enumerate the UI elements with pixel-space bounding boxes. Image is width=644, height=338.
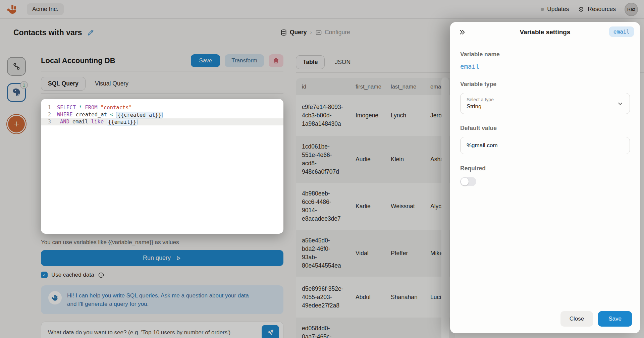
sql-operator: * — [79, 104, 82, 111]
database-icon — [280, 29, 287, 36]
avatar[interactable]: Raz — [625, 3, 638, 16]
heart-hands-icon — [578, 6, 585, 13]
column-header-first-name[interactable]: first_name — [356, 83, 391, 90]
postgres-icon — [11, 87, 22, 98]
branch-icon — [12, 62, 21, 71]
breadcrumb-configure[interactable]: Configure — [315, 29, 350, 36]
breadcrumb-query[interactable]: Query — [280, 29, 307, 36]
edit-title-icon[interactable] — [87, 29, 94, 37]
db-actions: Save Transform — [191, 54, 283, 67]
table-row[interactable]: ed0584d0-0aa7-465c-9619-ff7283be1d4c Bet… — [296, 318, 455, 338]
transform-button[interactable]: Transform — [225, 54, 264, 67]
results-table: id first_name last_name email c9fe7e14-8… — [296, 78, 455, 338]
sql-keyword: FROM — [85, 104, 97, 111]
save-variable-button[interactable]: Save — [598, 311, 632, 327]
save-query-button[interactable]: Save — [191, 54, 220, 67]
topbar: Acme Inc. Updates Resources Raz — [0, 0, 644, 19]
tab-table[interactable]: Table — [296, 55, 325, 69]
table-scrollbar[interactable] — [441, 77, 449, 338]
sql-string: "contacts" — [101, 104, 132, 111]
workspace-switcher[interactable]: Acme Inc. — [27, 3, 64, 15]
table-row[interactable]: d5e8996f-352e-4055-a203-49edee27f2a8 Abd… — [296, 277, 455, 318]
table-row[interactable]: 1cd061be-551e-4e66-acd8-948c6a0f707d Aud… — [296, 136, 455, 183]
trash-icon — [273, 57, 279, 64]
sql-identifier: email — [72, 118, 88, 125]
cell-id: 1cd061be-551e-4e66-acd8-948c6a0f707d — [302, 143, 356, 176]
variable-type-select[interactable]: Select a type String — [460, 93, 630, 114]
variable-name-value: email — [460, 63, 630, 70]
table-row[interactable]: a56e45d0-bda2-46f0-93ab-80e4544554ea Vid… — [296, 230, 455, 277]
updates-dot-icon — [541, 8, 544, 11]
chevron-down-icon — [617, 100, 624, 107]
cell-first-name: Imogene — [356, 112, 391, 119]
use-cached-checkbox[interactable]: ✓ — [41, 272, 48, 278]
updates-label: Updates — [547, 6, 569, 13]
ai-assistant-message: Hi! I can help you write SQL queries. As… — [41, 285, 283, 314]
ai-prompt-input[interactable] — [48, 329, 262, 336]
select-value: String — [467, 103, 494, 110]
line-number: 1 — [41, 104, 57, 111]
cell-last-name: Shanahan — [391, 294, 430, 301]
info-icon[interactable] — [98, 272, 104, 278]
column-header-id[interactable]: id — [302, 83, 356, 90]
delete-query-button[interactable] — [269, 54, 283, 67]
chart-icon — [315, 29, 322, 36]
cached-data-row: ✓ Use cached data — [41, 272, 283, 278]
cell-id: a56e45d0-bda2-46f0-93ab-80e4544554ea — [302, 236, 356, 270]
code-line-3: 3 AND email like {{email}} — [41, 118, 283, 125]
send-button[interactable] — [262, 325, 279, 338]
sql-keyword: AND — [60, 118, 69, 125]
line-number: 2 — [41, 111, 57, 118]
variable-chip-created-at[interactable]: {{created_at}} — [116, 112, 163, 118]
cell-first-name: Abdul — [356, 294, 391, 301]
workspace-name: Acme Inc. — [32, 6, 58, 12]
plus-icon: + — [8, 116, 25, 132]
tab-sql-query[interactable]: SQL Query — [41, 77, 86, 91]
updates-menu[interactable]: Updates — [541, 6, 569, 13]
variable-badge: email — [609, 26, 634, 37]
sql-keyword: like — [91, 118, 104, 125]
sql-code-editor[interactable]: 1 SELECT * FROM "contacts" 2 WHERE creat… — [41, 99, 283, 234]
default-value-input[interactable] — [460, 137, 630, 154]
page-title: Contacts with vars — [13, 28, 82, 37]
toggle-knob — [461, 178, 469, 185]
select-texts: Select a type String — [467, 97, 494, 110]
resources-menu[interactable]: Resources — [578, 6, 616, 13]
divider — [41, 71, 283, 71]
avatar-initials: Raz — [627, 7, 635, 12]
editor-tabs: SQL Query Visual Query — [41, 77, 283, 91]
cell-id: 4b980eeb-6cc6-4486-9014-e8acadee3de7 — [302, 189, 356, 223]
sql-keyword: SELECT — [57, 104, 76, 111]
cell-last-name: Lynch — [391, 112, 430, 119]
collapse-panel-button[interactable] — [457, 27, 468, 38]
app-root: Acme Inc. Updates Resources Raz — [0, 0, 644, 338]
ai-prompt-box — [41, 322, 283, 338]
tab-visual-query[interactable]: Visual Query — [90, 77, 133, 90]
column-header-last-name[interactable]: last_name — [391, 83, 430, 90]
variable-chip-email[interactable]: {{email}} — [107, 119, 138, 125]
assistant-icon — [48, 291, 62, 304]
flow-datasource-button[interactable] — [7, 57, 26, 76]
close-panel-button[interactable]: Close — [560, 311, 593, 327]
table-row[interactable]: 4b980eeb-6cc6-4486-9014-e8acadee3de7 Kar… — [296, 183, 455, 230]
breadcrumb-separator: › — [310, 30, 312, 36]
logo-icon[interactable] — [6, 3, 19, 16]
run-query-button[interactable]: Run query — [41, 250, 283, 266]
table-row[interactable]: c9fe7e14-8093-4cb3-b00d-1a98a148430a Imo… — [296, 95, 455, 136]
db-header: Local Accounting DB Save Transform — [41, 53, 283, 68]
cell-id: ed0584d0-0aa7-465c-9619-ff7283be1d4c — [302, 324, 356, 338]
divider — [41, 93, 283, 94]
cell-last-name: Klein — [391, 156, 430, 163]
default-value-label: Default value — [460, 125, 630, 132]
variables-hint: You can use variables like {{variable_na… — [41, 239, 283, 246]
use-cached-label: Use cached data — [51, 272, 94, 278]
required-toggle[interactable] — [460, 177, 476, 186]
cell-id: c9fe7e14-8093-4cb3-b00d-1a98a148430a — [302, 103, 356, 128]
postgres-datasource-button[interactable]: 1 — [7, 83, 26, 102]
tab-json[interactable]: JSON — [330, 56, 355, 69]
breadcrumb: Query › Configure — [280, 29, 350, 36]
variable-settings-panel: Variable settings email Variable name em… — [450, 22, 640, 333]
add-datasource-button[interactable]: + — [6, 114, 26, 134]
cell-first-name: Vidal — [356, 250, 391, 257]
title-row: Contacts with vars — [13, 28, 94, 37]
